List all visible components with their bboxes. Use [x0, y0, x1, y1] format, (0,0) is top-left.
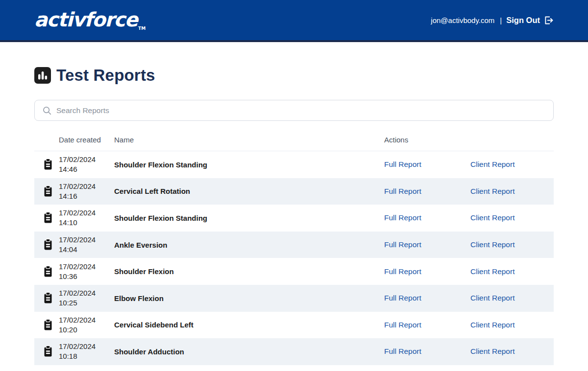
report-date: 17/02/2024 — [59, 262, 114, 272]
full-report-link[interactable]: Full Report — [384, 213, 421, 222]
column-header-actions: Actions — [384, 136, 470, 144]
page-title-row: Test Reports — [34, 66, 554, 85]
report-date: 17/02/2024 — [59, 182, 114, 191]
report-date: 17/02/2024 — [59, 342, 114, 351]
table-header-row: Date created Name Actions — [34, 129, 554, 151]
report-name: Shoulder Flexion Standing — [114, 214, 384, 222]
client-report-link[interactable]: Client Report — [470, 240, 514, 249]
report-time: 10:20 — [59, 325, 114, 335]
main-content: Test Reports Date created Name Actions — [0, 66, 588, 365]
reports-table: Date created Name Actions 17/02/2024 14:… — [34, 129, 554, 365]
table-row: 17/02/2024 10:20 Cervical Sidebend Left … — [34, 312, 554, 339]
client-report-link[interactable]: Client Report — [470, 267, 514, 276]
header-user-area: jon@activbody.com | Sign Out — [431, 15, 554, 25]
search-input[interactable] — [56, 106, 546, 115]
clipboard-icon — [43, 185, 53, 198]
clipboard-icon — [43, 158, 53, 171]
report-time: 10:25 — [59, 298, 114, 308]
report-time: 14:46 — [59, 164, 114, 174]
report-time: 10:36 — [59, 272, 114, 281]
report-name: Elbow Flexion — [114, 294, 384, 302]
report-time: 14:10 — [59, 218, 114, 228]
client-report-link[interactable]: Client Report — [470, 321, 514, 329]
bar-chart-icon — [34, 67, 51, 84]
report-name: Cervical Sidebend Left — [114, 321, 384, 329]
table-row: 17/02/2024 14:16 Cervical Left Rotation … — [34, 178, 554, 205]
header-separator: | — [500, 16, 502, 24]
page-title: Test Reports — [56, 66, 155, 85]
full-report-link[interactable]: Full Report — [384, 240, 421, 249]
clipboard-icon — [43, 292, 53, 304]
full-report-link[interactable]: Full Report — [384, 347, 421, 355]
report-date: 17/02/2024 — [59, 288, 114, 298]
report-time: 10:18 — [59, 351, 114, 361]
column-header-name: Name — [114, 136, 384, 144]
table-row: 17/02/2024 14:10 Shoulder Flexion Standi… — [34, 205, 554, 232]
user-email: jon@activbody.com — [431, 16, 494, 24]
report-time: 14:04 — [59, 245, 114, 255]
table-body: 17/02/2024 14:46 Shoulder Flexion Standi… — [34, 151, 554, 365]
report-date: 17/02/2024 — [59, 208, 114, 218]
table-row: 17/02/2024 10:36 Shoulder Flexion Full R… — [34, 258, 554, 285]
table-row: 17/02/2024 10:25 Elbow Flexion Full Repo… — [34, 285, 554, 312]
report-date: 17/02/2024 — [59, 155, 114, 164]
report-name: Cervical Left Rotation — [114, 187, 384, 195]
client-report-link[interactable]: Client Report — [470, 213, 514, 222]
table-row: 17/02/2024 10:18 Shoulder Adduction Full… — [34, 338, 554, 365]
full-report-link[interactable]: Full Report — [384, 187, 421, 195]
column-header-date: Date created — [59, 136, 114, 144]
search-icon — [42, 106, 52, 116]
report-date: 17/02/2024 — [59, 235, 114, 245]
clipboard-icon — [43, 265, 53, 278]
client-report-link[interactable]: Client Report — [470, 160, 514, 168]
table-row: 17/02/2024 14:04 Ankle Eversion Full Rep… — [34, 232, 554, 258]
sign-out-label: Sign Out — [506, 16, 540, 25]
client-report-link[interactable]: Client Report — [470, 187, 514, 195]
clipboard-icon — [43, 211, 53, 224]
client-report-link[interactable]: Client Report — [470, 347, 514, 355]
logo-text: activforce — [34, 10, 137, 29]
full-report-link[interactable]: Full Report — [384, 294, 421, 302]
report-date: 17/02/2024 — [59, 315, 114, 325]
app-header: activforce TM jon@activbody.com | Sign O… — [0, 0, 588, 42]
clipboard-icon — [43, 345, 53, 358]
report-time: 14:16 — [59, 191, 114, 201]
report-name: Ankle Eversion — [114, 241, 384, 249]
trademark-mark: TM — [138, 26, 146, 31]
report-name: Shoulder Adduction — [114, 348, 384, 356]
report-name: Shoulder Flexion — [114, 267, 384, 276]
table-row: 17/02/2024 14:46 Shoulder Flexion Standi… — [34, 151, 554, 178]
full-report-link[interactable]: Full Report — [384, 267, 421, 276]
clipboard-icon — [43, 319, 53, 331]
search-box — [34, 100, 554, 121]
client-report-link[interactable]: Client Report — [470, 294, 514, 302]
sign-out-icon — [543, 15, 554, 25]
report-name: Shoulder Flexion Standing — [114, 161, 384, 169]
sign-out-link[interactable]: Sign Out — [506, 15, 554, 25]
full-report-link[interactable]: Full Report — [384, 160, 421, 168]
app-logo[interactable]: activforce TM — [34, 10, 146, 31]
full-report-link[interactable]: Full Report — [384, 321, 421, 329]
clipboard-icon — [43, 238, 53, 251]
